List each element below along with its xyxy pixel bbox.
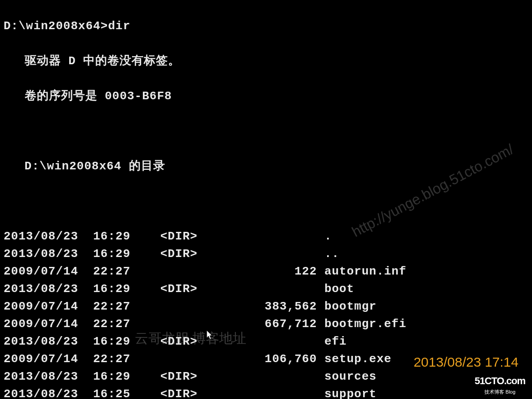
list-item: 2009/07/14 22:27 667,712 bootmgr.efi: [4, 315, 528, 333]
directory-of-line: D:\win2008x64 的目录: [4, 158, 528, 175]
list-item: 2013/08/23 16:29 <DIR> .: [4, 228, 528, 245]
site-logo: 51CTO.com 技术博客 Blog: [474, 373, 525, 396]
prompt-dir: D:\win2008x64>dir: [4, 18, 528, 35]
blank-line: [4, 123, 528, 140]
terminal-output[interactable]: D:\win2008x64>dir 驱动器 D 中的卷没有标签。 卷的序列号是 …: [0, 0, 532, 399]
list-item: 2013/08/23 16:29 <DIR> efi: [4, 333, 528, 350]
directory-listing: 2013/08/23 16:29 <DIR> .2013/08/23 16:29…: [4, 228, 528, 399]
list-item: 2013/08/23 16:29 <DIR> ..: [4, 245, 528, 263]
list-item: 2009/07/14 22:27 383,562 bootmgr: [4, 298, 528, 315]
logo-subtitle: 技术博客 Blog: [474, 388, 525, 396]
volume-serial-line: 卷的序列号是 0003-B6F8: [4, 88, 528, 105]
blank-line: [4, 193, 528, 210]
list-item: 2009/07/14 22:27 122 autorun.inf: [4, 263, 528, 280]
list-item: 2013/08/23 16:25 <DIR> support: [4, 386, 528, 399]
list-item: 2013/08/23 16:29 <DIR> boot: [4, 280, 528, 298]
photo-timestamp: 2013/08/23 17:14: [413, 352, 519, 372]
logo-text: 51CTO.com: [474, 373, 525, 388]
volume-label-line: 驱动器 D 中的卷没有标签。: [4, 53, 528, 70]
